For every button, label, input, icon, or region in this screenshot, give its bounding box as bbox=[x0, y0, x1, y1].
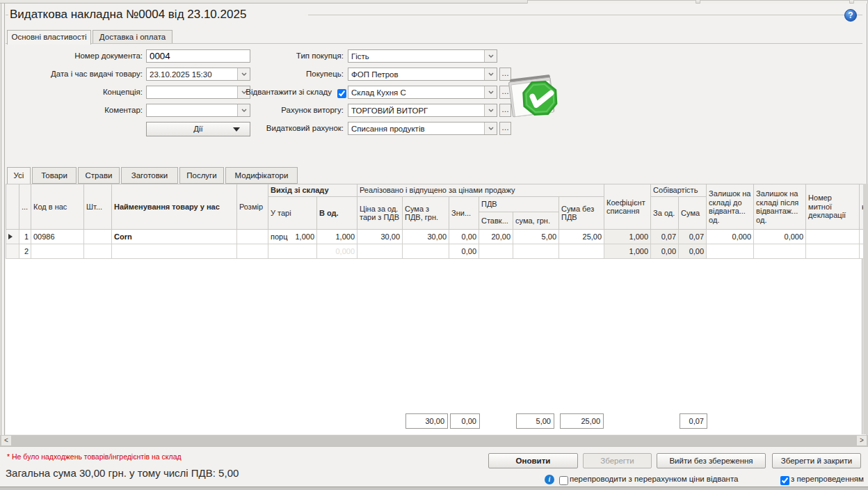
group-header-vat[interactable]: ПДВ bbox=[479, 197, 559, 212]
col-header-rownum[interactable]: ... bbox=[19, 184, 31, 230]
hidden-tab[interactable] bbox=[527, 0, 696, 3]
cell-barcode[interactable] bbox=[84, 244, 112, 259]
group-header-cost[interactable]: Собівартість bbox=[651, 184, 707, 197]
cell-sum-with-vat[interactable]: 30,00 bbox=[403, 230, 449, 244]
cell-rownum[interactable]: 1 bbox=[19, 230, 31, 244]
cell-stock-after[interactable]: 0,000 bbox=[754, 230, 806, 244]
col-header-code[interactable]: Код в нас bbox=[31, 184, 84, 230]
col-header-size[interactable]: Розмір bbox=[237, 184, 268, 230]
cell-sum-without-vat[interactable] bbox=[559, 244, 604, 259]
cell-code[interactable] bbox=[31, 244, 84, 259]
cell-size[interactable] bbox=[237, 244, 268, 259]
col-header-in-units[interactable]: В од. bbox=[317, 197, 357, 230]
vertical-scrollbar[interactable] bbox=[863, 184, 868, 434]
expense-account-browse-button[interactable]: … bbox=[499, 122, 511, 135]
help-icon[interactable]: ? bbox=[844, 9, 857, 22]
table-row[interactable]: 1 00986 Corn порц1,000 1,000 30,00 30,00… bbox=[6, 230, 864, 244]
reconduct-with-price-recalc-checkbox[interactable] bbox=[559, 476, 568, 485]
cell-cost-sum[interactable]: 0,00 bbox=[679, 244, 707, 259]
table-row[interactable]: 2 0,000 0,00 1,000 0,00 0,00 bbox=[6, 244, 864, 259]
cell-in-units[interactable]: 1,000 bbox=[317, 230, 357, 244]
tab-main-properties[interactable]: Основні властивості bbox=[7, 30, 91, 45]
cell-cost-per-unit[interactable]: 0,07 bbox=[651, 230, 679, 244]
row-selector-cell[interactable] bbox=[6, 244, 19, 259]
tab-modifiers[interactable]: Модифікатори bbox=[225, 167, 298, 184]
cell-writeoff-coef[interactable]: 1,000 bbox=[604, 244, 651, 259]
col-header-barcode[interactable]: Шт... bbox=[84, 184, 112, 230]
cell-writeoff-coef[interactable]: 1,000 bbox=[604, 230, 651, 244]
cell-rownum[interactable]: 2 bbox=[19, 244, 31, 259]
cell-size[interactable] bbox=[237, 230, 268, 244]
hidden-tab[interactable] bbox=[853, 0, 868, 3]
col-header-cost-sum[interactable]: Сума bbox=[679, 197, 707, 230]
cell-name[interactable] bbox=[112, 244, 237, 259]
tab-dishes[interactable]: Страви bbox=[78, 167, 120, 184]
tab-services[interactable]: Послуги bbox=[179, 167, 224, 184]
tab-goods[interactable]: Товари bbox=[32, 167, 77, 184]
cell-discount[interactable]: 0,00 bbox=[449, 244, 479, 259]
group-header-warehouse-out[interactable]: Вихід зі складу bbox=[268, 184, 357, 197]
cell-in-units[interactable]: 0,000 bbox=[317, 244, 357, 259]
cell-stock-before[interactable] bbox=[707, 244, 754, 259]
chevron-down-icon[interactable] bbox=[484, 68, 497, 80]
cell-unit-price[interactable]: 30,00 bbox=[357, 230, 403, 244]
col-header-sum-without-vat[interactable]: Сума без ПДВ bbox=[559, 197, 604, 230]
horizontal-scrollbar[interactable] bbox=[0, 435, 868, 446]
cell-discount[interactable]: 0,00 bbox=[449, 230, 479, 244]
cell-name[interactable]: Corn bbox=[112, 230, 237, 244]
chevron-down-icon[interactable] bbox=[484, 50, 497, 62]
left-splitter[interactable] bbox=[4, 3, 5, 487]
save-and-close-button[interactable]: Зберегти й закрити bbox=[772, 453, 861, 468]
cell-code[interactable]: 00986 bbox=[31, 230, 84, 244]
group-header-sales[interactable]: Реалізовано і відпущено за цінами продаж… bbox=[357, 184, 604, 197]
col-header-stock-before[interactable]: Залишок на складі до відванта... од. bbox=[707, 184, 754, 230]
cell-in-container[interactable]: порц1,000 bbox=[268, 230, 317, 244]
tab-delivery-payment[interactable]: Доставка і оплата bbox=[93, 30, 172, 44]
ship-from-warehouse-checkbox[interactable] bbox=[337, 89, 346, 98]
expense-account-combobox[interactable]: Списання продуктів bbox=[348, 122, 497, 135]
col-header-unit-price[interactable]: Ціна за од. тари з ПДВ bbox=[357, 197, 403, 230]
hidden-tab[interactable] bbox=[700, 0, 850, 3]
cell-sum-without-vat[interactable]: 25,00 bbox=[559, 230, 604, 244]
chevron-down-icon[interactable] bbox=[484, 104, 497, 116]
buyer-type-combobox[interactable]: Гість bbox=[348, 49, 497, 63]
cell-stock-after[interactable] bbox=[754, 244, 806, 259]
cell-vat-rate[interactable] bbox=[479, 244, 513, 259]
col-header-writeoff-coef[interactable]: Коефіцієнт списання bbox=[604, 184, 651, 230]
cell-in-container[interactable] bbox=[268, 244, 317, 259]
cell-vat-sum[interactable] bbox=[513, 244, 559, 259]
scroll-left-button[interactable]: < bbox=[1, 436, 11, 445]
col-header-stock-after[interactable]: Залишок на складі після відвантаж... од. bbox=[754, 184, 806, 230]
refresh-button[interactable]: Оновити bbox=[488, 453, 578, 468]
warehouse-combobox[interactable]: Склад Кухня С bbox=[348, 86, 497, 99]
cell-customs-number[interactable] bbox=[806, 230, 860, 244]
cell-cost-sum[interactable]: 0,07 bbox=[679, 230, 707, 244]
cell-stock-before[interactable]: 0,000 bbox=[707, 230, 754, 244]
col-header-vat-rate[interactable]: Ставк... bbox=[479, 212, 513, 230]
row-selector-cell[interactable] bbox=[6, 230, 19, 244]
tab-preparations[interactable]: Заготовки bbox=[121, 167, 178, 184]
cell-cost-per-unit[interactable]: 0,00 bbox=[651, 244, 679, 259]
cell-unit-price[interactable] bbox=[357, 244, 403, 259]
col-header-vat-sum[interactable]: сума, грн. bbox=[513, 212, 559, 230]
col-header-in-container[interactable]: У тарі bbox=[268, 197, 317, 230]
col-header-sum-with-vat[interactable]: Сума з ПДВ, грн. bbox=[403, 197, 449, 230]
scroll-right-button[interactable]: > bbox=[857, 436, 867, 445]
revenue-account-combobox[interactable]: ТОРГОВИЙ ВИТОРГ bbox=[348, 104, 497, 117]
tab-all[interactable]: Усі bbox=[7, 167, 31, 184]
col-header-name[interactable]: Найменування товару у нас bbox=[112, 184, 237, 230]
chevron-down-icon[interactable] bbox=[484, 122, 497, 134]
cell-vat-rate[interactable]: 20,00 bbox=[479, 230, 513, 244]
cell-vat-sum[interactable]: 5,00 bbox=[513, 230, 559, 244]
reconduct-checkbox[interactable] bbox=[780, 476, 789, 485]
cell-barcode[interactable] bbox=[84, 230, 112, 244]
exit-without-saving-button[interactable]: Вийти без збереження bbox=[657, 453, 766, 468]
cell-customs-number[interactable] bbox=[806, 244, 860, 259]
col-header-discount[interactable]: Зни... bbox=[449, 197, 479, 230]
col-header-cost-per-unit[interactable]: За од. bbox=[651, 197, 679, 230]
buyer-combobox[interactable]: ФОП Петров bbox=[348, 68, 497, 81]
cell-sum-with-vat[interactable] bbox=[403, 244, 449, 259]
col-header-customs-number[interactable]: Номер митної декларації bbox=[806, 184, 860, 230]
chevron-down-icon[interactable] bbox=[484, 86, 497, 98]
info-icon[interactable]: i bbox=[545, 475, 554, 484]
